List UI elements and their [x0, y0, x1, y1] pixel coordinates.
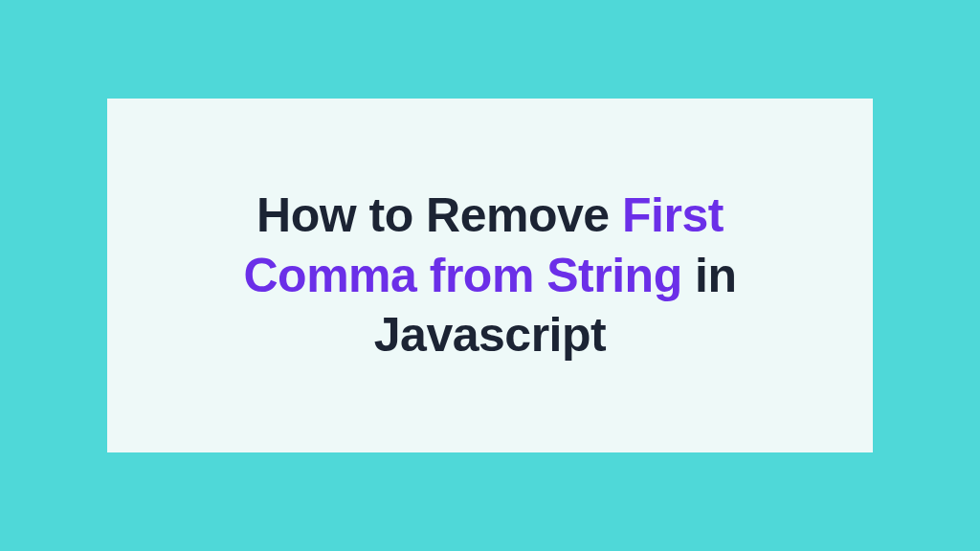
- title-card: How to Remove First Comma from String in…: [107, 99, 873, 452]
- title-prefix: How to Remove: [256, 188, 622, 242]
- main-title: How to Remove First Comma from String in…: [165, 186, 815, 365]
